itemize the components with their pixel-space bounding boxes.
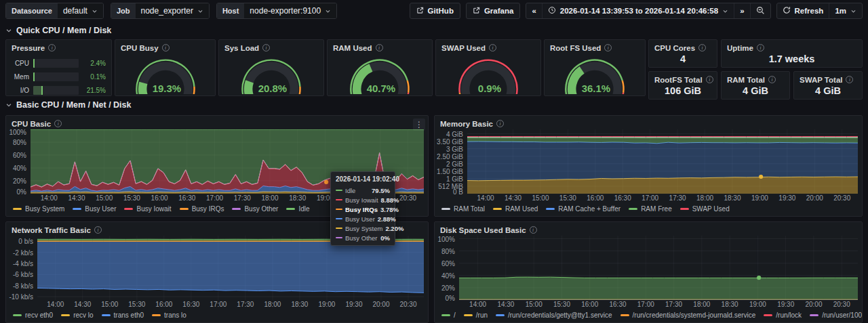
y-tick-label: -6 kb/s <box>13 271 33 278</box>
x-tick-label: 18:30 <box>291 301 308 308</box>
legend-label: recv eth0 <box>25 311 53 319</box>
legend-item-run-credentials-getty-tty1-service[interactable]: /run/credentials/getty@tty1.service <box>496 311 612 319</box>
github-link-button[interactable]: GitHub <box>410 3 460 19</box>
refresh-button[interactable]: Refresh <box>777 3 829 18</box>
tooltip-series-label: Busy User <box>345 215 375 223</box>
legend-item-busy-irqs[interactable]: Busy IRQs <box>180 205 224 213</box>
section-quick-cpu-mem-disk[interactable]: Quick CPU / Mem / Disk <box>5 23 863 38</box>
panel-header: SWAP Totali <box>794 72 862 85</box>
info-icon[interactable]: i <box>376 44 383 51</box>
pressure-value: 0.1% <box>83 73 106 81</box>
legend: //run/run/credentials/getty@tty1.service… <box>435 309 862 320</box>
legend-item-recv-eth0[interactable]: recv eth0 <box>13 311 53 319</box>
time-shift-back-button[interactable]: « <box>526 3 541 18</box>
info-icon[interactable]: i <box>496 120 504 127</box>
panel-header: CPU Coresi <box>649 40 717 53</box>
grafana-link-button[interactable]: Grafana <box>466 3 520 19</box>
legend-item-run-lock[interactable]: /run/lock <box>764 311 802 319</box>
legend-item-swap-used[interactable]: SWAP Used <box>680 205 730 213</box>
info-icon[interactable]: i <box>94 226 102 234</box>
info-icon[interactable]: i <box>846 76 853 83</box>
y-tick-label: 1.50 GiB <box>437 167 463 175</box>
info-icon[interactable]: i <box>768 76 776 83</box>
time-shift-forward-button[interactable]: » <box>734 3 749 18</box>
section-basic-cpu-mem-net-disk[interactable]: Basic CPU / Mem / Net / Disk <box>5 98 863 112</box>
legend-item-[interactable]: / <box>441 311 456 319</box>
info-icon[interactable]: i <box>162 44 170 51</box>
variable-dropdown-datasource[interactable]: Datasourcedefault <box>5 3 104 19</box>
x-tick-label: 19:00 <box>751 194 768 202</box>
gauge: 0.9% <box>436 53 540 95</box>
tooltip-row-idle: Idle79.5% <box>331 186 395 195</box>
panel-title: CPU Busy <box>121 44 159 52</box>
x-tick-label: 20:30 <box>399 301 416 308</box>
gauge: 20.8% <box>219 53 323 95</box>
legend-item-trans-lo[interactable]: trans lo <box>152 311 186 319</box>
pressure-bar-fill <box>33 86 43 95</box>
info-icon[interactable]: i <box>698 44 706 51</box>
legend-label: RAM Free <box>641 205 672 213</box>
panel-swap-total: SWAP Totali4 GiB <box>793 71 863 100</box>
y-tick-label: 100% <box>9 128 26 135</box>
y-axis: 4 GiB3.50 GiB3 GiB2.50 GiB2 GiB1.50 GiB1… <box>435 129 467 194</box>
tooltip-time: 2026-01-14 19:02:40 <box>331 172 395 186</box>
refresh-interval-dropdown[interactable]: 1m <box>829 3 862 18</box>
legend-item-ram-cache-buffer[interactable]: RAM Cache + Buffer <box>546 205 620 213</box>
stat-value: 4 GiB <box>794 85 862 99</box>
legend-item-run[interactable]: /run <box>464 311 488 319</box>
y-tick-label: 20% <box>441 284 455 291</box>
panel-header: Root FS Usedi <box>545 40 645 53</box>
tooltip-series-marker <box>336 218 342 220</box>
x-tick-label: 14:00 <box>469 301 486 308</box>
info-icon[interactable]: i <box>48 44 56 51</box>
tooltip-series-value: 2.20% <box>385 225 403 232</box>
legend-label: /run/lock <box>776 311 802 319</box>
info-icon[interactable]: i <box>262 44 270 51</box>
legend-marker <box>102 314 111 316</box>
variable-dropdown-job[interactable]: Jobnode_exporter <box>111 3 210 19</box>
info-icon[interactable]: i <box>757 44 764 51</box>
legend-item-run-user-1000[interactable]: /run/user/1000 <box>810 311 862 319</box>
svg-text:0.9%: 0.9% <box>478 83 501 94</box>
x-tick-label: 15:00 <box>526 301 542 308</box>
legend-item-busy-iowait[interactable]: Busy Iowait <box>124 205 171 213</box>
panel-header: Uptimei <box>722 40 862 53</box>
y-tick-label: 80% <box>13 139 26 146</box>
stat-value: 106 GiB <box>649 85 717 99</box>
legend-item-idle[interactable]: Idle <box>286 205 309 213</box>
x-tick-label: 14:30 <box>74 301 91 308</box>
topbar-actions: GitHub Grafana « 2026-01-14 13:39:53 to … <box>410 3 863 19</box>
y-tick-label: 2.50 GiB <box>437 152 463 160</box>
legend-item-trans-eth0[interactable]: trans eth0 <box>102 311 144 319</box>
x-tick-label: 18:30 <box>289 194 306 202</box>
legend-item-ram-used[interactable]: RAM Used <box>493 205 538 213</box>
x-tick-label: 16:30 <box>178 194 195 202</box>
x-tick-label: 17:30 <box>665 301 682 308</box>
info-icon[interactable]: i <box>489 44 496 51</box>
pressure-value: 2.4% <box>83 60 106 67</box>
legend-item-run-credentials-systemd-journald-service[interactable]: /run/credentials/systemd-journald.servic… <box>620 311 756 319</box>
legend-item-recv-lo[interactable]: recv lo <box>61 311 93 319</box>
tooltip-series-marker <box>336 190 342 192</box>
legend-item-busy-system[interactable]: Busy System <box>13 205 64 213</box>
info-icon[interactable]: i <box>604 44 612 51</box>
plot-area <box>459 236 858 300</box>
legend-item-busy-other[interactable]: Busy Other <box>232 205 278 213</box>
tooltip-series-value: 79.5% <box>372 187 390 194</box>
info-icon[interactable]: i <box>54 120 62 127</box>
legend-marker <box>629 208 637 210</box>
x-tick-label: 16:00 <box>581 301 598 308</box>
x-tick-label: 17:30 <box>237 301 254 308</box>
legend-item-ram-free[interactable]: RAM Free <box>629 205 672 213</box>
variable-dropdown-host[interactable]: Hostnode-exporter:9100 <box>216 3 337 19</box>
info-icon[interactable]: i <box>530 226 537 234</box>
legend-item-busy-user[interactable]: Busy User <box>73 205 116 213</box>
panel-title: SWAP Total <box>800 76 842 84</box>
legend-item-ram-total[interactable]: RAM Total <box>441 205 485 213</box>
info-icon[interactable]: i <box>706 76 713 83</box>
stat-value: 4 <box>649 53 717 67</box>
time-range-picker[interactable]: 2026-01-14 13:39:53 to 2026-01-14 20:46:… <box>542 3 734 18</box>
zoom-out-button[interactable] <box>750 3 770 18</box>
panel-title: Memory Basic <box>440 120 493 128</box>
legend-marker <box>464 314 473 316</box>
